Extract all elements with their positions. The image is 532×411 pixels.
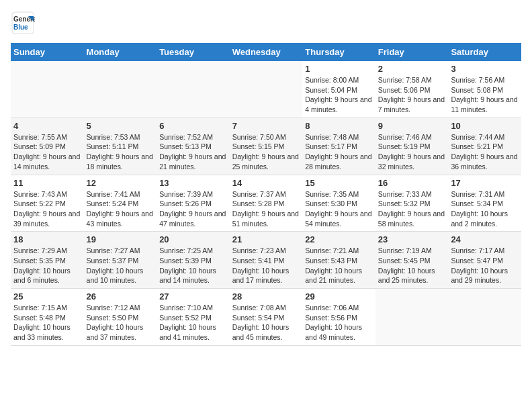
calendar-week-row: 1Sunrise: 8:00 AM Sunset: 5:04 PM Daylig… — [11, 61, 521, 118]
day-info: Sunrise: 7:12 AM Sunset: 5:50 PM Dayligh… — [87, 303, 154, 342]
day-number: 13 — [159, 178, 227, 188]
calendar-cell: 18Sunrise: 7:29 AM Sunset: 5:35 PM Dayli… — [11, 232, 84, 289]
calendar-cell — [230, 61, 303, 118]
day-number: 3 — [451, 64, 519, 74]
calendar-cell: 1Sunrise: 8:00 AM Sunset: 5:04 PM Daylig… — [302, 61, 375, 118]
calendar-cell: 19Sunrise: 7:27 AM Sunset: 5:37 PM Dayli… — [84, 232, 157, 289]
day-number: 21 — [232, 234, 300, 244]
day-info: Sunrise: 7:55 AM Sunset: 5:09 PM Dayligh… — [13, 132, 81, 172]
day-info: Sunrise: 7:43 AM Sunset: 5:22 PM Dayligh… — [13, 189, 81, 229]
calendar-cell: 11Sunrise: 7:43 AM Sunset: 5:22 PM Dayli… — [11, 175, 84, 232]
day-info: Sunrise: 7:10 AM Sunset: 5:52 PM Dayligh… — [159, 303, 227, 342]
day-number: 5 — [87, 121, 154, 131]
logo-icon: General Blue — [11, 11, 35, 35]
calendar-week-row: 11Sunrise: 7:43 AM Sunset: 5:22 PM Dayli… — [11, 175, 521, 232]
day-number: 27 — [159, 291, 227, 302]
calendar-cell: 16Sunrise: 7:33 AM Sunset: 5:32 PM Dayli… — [375, 175, 449, 232]
calendar-week-row: 25Sunrise: 7:15 AM Sunset: 5:48 PM Dayli… — [11, 289, 521, 346]
day-number: 6 — [159, 121, 227, 131]
calendar-cell: 14Sunrise: 7:37 AM Sunset: 5:28 PM Dayli… — [230, 175, 303, 232]
day-info: Sunrise: 7:23 AM Sunset: 5:41 PM Dayligh… — [232, 246, 300, 285]
day-info: Sunrise: 7:50 AM Sunset: 5:15 PM Dayligh… — [232, 132, 300, 172]
calendar-cell: 6Sunrise: 7:52 AM Sunset: 5:13 PM Daylig… — [157, 118, 230, 175]
calendar-week-row: 18Sunrise: 7:29 AM Sunset: 5:35 PM Dayli… — [11, 232, 521, 289]
day-info: Sunrise: 7:19 AM Sunset: 5:45 PM Dayligh… — [378, 246, 446, 285]
day-info: Sunrise: 7:15 AM Sunset: 5:48 PM Dayligh… — [13, 303, 81, 342]
day-number: 18 — [13, 234, 81, 244]
weekday-header-saturday: Saturday — [448, 43, 521, 61]
day-number: 28 — [232, 291, 300, 302]
day-info: Sunrise: 7:58 AM Sunset: 5:06 PM Dayligh… — [378, 75, 446, 115]
day-info: Sunrise: 7:21 AM Sunset: 5:43 PM Dayligh… — [305, 246, 373, 285]
day-info: Sunrise: 7:33 AM Sunset: 5:32 PM Dayligh… — [378, 189, 446, 229]
calendar-cell: 4Sunrise: 7:55 AM Sunset: 5:09 PM Daylig… — [11, 118, 84, 175]
calendar-cell: 29Sunrise: 7:06 AM Sunset: 5:56 PM Dayli… — [302, 289, 375, 346]
calendar-cell: 15Sunrise: 7:35 AM Sunset: 5:30 PM Dayli… — [302, 175, 375, 232]
day-number: 1 — [305, 64, 373, 74]
day-info: Sunrise: 7:52 AM Sunset: 5:13 PM Dayligh… — [159, 132, 227, 172]
day-info: Sunrise: 7:27 AM Sunset: 5:37 PM Dayligh… — [87, 246, 154, 285]
calendar-cell: 28Sunrise: 7:08 AM Sunset: 5:54 PM Dayli… — [230, 289, 303, 346]
weekday-header-monday: Monday — [84, 43, 157, 61]
calendar-cell — [157, 61, 230, 118]
weekday-header-tuesday: Tuesday — [157, 43, 230, 61]
day-info: Sunrise: 7:29 AM Sunset: 5:35 PM Dayligh… — [13, 246, 81, 285]
day-number: 15 — [305, 178, 373, 188]
calendar-body: 1Sunrise: 8:00 AM Sunset: 5:04 PM Daylig… — [11, 61, 521, 345]
day-number: 20 — [159, 234, 227, 244]
day-number: 19 — [87, 234, 154, 244]
calendar-week-row: 4Sunrise: 7:55 AM Sunset: 5:09 PM Daylig… — [11, 118, 521, 175]
calendar-cell: 3Sunrise: 7:56 AM Sunset: 5:08 PM Daylig… — [448, 61, 521, 118]
calendar-cell: 5Sunrise: 7:53 AM Sunset: 5:11 PM Daylig… — [84, 118, 157, 175]
calendar-cell: 2Sunrise: 7:58 AM Sunset: 5:06 PM Daylig… — [375, 61, 449, 118]
calendar-cell — [448, 289, 521, 346]
day-info: Sunrise: 7:25 AM Sunset: 5:39 PM Dayligh… — [159, 246, 227, 285]
calendar-header: SundayMondayTuesdayWednesdayThursdayFrid… — [11, 43, 521, 61]
calendar-cell: 24Sunrise: 7:17 AM Sunset: 5:47 PM Dayli… — [448, 232, 521, 289]
day-number: 25 — [13, 291, 81, 302]
weekday-header-sunday: Sunday — [11, 43, 84, 61]
calendar-cell: 13Sunrise: 7:39 AM Sunset: 5:26 PM Dayli… — [157, 175, 230, 232]
day-number: 26 — [87, 291, 154, 302]
day-info: Sunrise: 7:08 AM Sunset: 5:54 PM Dayligh… — [232, 303, 300, 342]
day-info: Sunrise: 7:44 AM Sunset: 5:21 PM Dayligh… — [451, 132, 519, 172]
day-number: 11 — [13, 178, 81, 188]
day-info: Sunrise: 7:17 AM Sunset: 5:47 PM Dayligh… — [451, 246, 519, 285]
page-header: General Blue — [11, 11, 521, 35]
day-info: Sunrise: 7:56 AM Sunset: 5:08 PM Dayligh… — [451, 75, 519, 115]
day-number: 8 — [305, 121, 373, 131]
day-info: Sunrise: 7:31 AM Sunset: 5:34 PM Dayligh… — [451, 189, 519, 229]
day-number: 29 — [305, 291, 373, 302]
calendar-table: SundayMondayTuesdayWednesdayThursdayFrid… — [11, 43, 521, 346]
day-number: 14 — [232, 178, 300, 188]
calendar-cell: 7Sunrise: 7:50 AM Sunset: 5:15 PM Daylig… — [230, 118, 303, 175]
calendar-cell: 9Sunrise: 7:46 AM Sunset: 5:19 PM Daylig… — [375, 118, 449, 175]
day-number: 2 — [378, 64, 446, 74]
day-number: 4 — [13, 121, 81, 131]
day-number: 24 — [451, 234, 519, 244]
calendar-cell: 25Sunrise: 7:15 AM Sunset: 5:48 PM Dayli… — [11, 289, 84, 346]
day-number: 7 — [232, 121, 300, 131]
day-info: Sunrise: 7:39 AM Sunset: 5:26 PM Dayligh… — [159, 189, 227, 229]
calendar-cell — [375, 289, 449, 346]
day-number: 12 — [87, 178, 154, 188]
weekday-header-row: SundayMondayTuesdayWednesdayThursdayFrid… — [11, 43, 521, 61]
day-info: Sunrise: 7:46 AM Sunset: 5:19 PM Dayligh… — [378, 132, 446, 172]
day-number: 9 — [378, 121, 446, 131]
calendar-cell — [84, 61, 157, 118]
calendar-cell: 22Sunrise: 7:21 AM Sunset: 5:43 PM Dayli… — [302, 232, 375, 289]
svg-text:Blue: Blue — [13, 24, 28, 31]
day-info: Sunrise: 7:41 AM Sunset: 5:24 PM Dayligh… — [87, 189, 154, 229]
weekday-header-friday: Friday — [375, 43, 449, 61]
calendar-cell: 20Sunrise: 7:25 AM Sunset: 5:39 PM Dayli… — [157, 232, 230, 289]
calendar-cell: 10Sunrise: 7:44 AM Sunset: 5:21 PM Dayli… — [448, 118, 521, 175]
calendar-cell — [11, 61, 84, 118]
calendar-cell: 27Sunrise: 7:10 AM Sunset: 5:52 PM Dayli… — [157, 289, 230, 346]
day-info: Sunrise: 7:48 AM Sunset: 5:17 PM Dayligh… — [305, 132, 373, 172]
day-number: 17 — [451, 178, 519, 188]
day-info: Sunrise: 7:37 AM Sunset: 5:28 PM Dayligh… — [232, 189, 300, 229]
calendar-cell: 17Sunrise: 7:31 AM Sunset: 5:34 PM Dayli… — [448, 175, 521, 232]
calendar-cell: 8Sunrise: 7:48 AM Sunset: 5:17 PM Daylig… — [302, 118, 375, 175]
calendar-cell: 23Sunrise: 7:19 AM Sunset: 5:45 PM Dayli… — [375, 232, 449, 289]
logo: General Blue — [11, 11, 38, 35]
